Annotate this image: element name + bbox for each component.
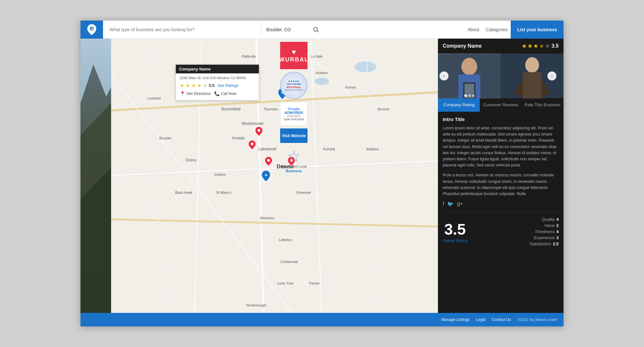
- map-pin-red-4[interactable]: [248, 140, 256, 151]
- dot-3: [472, 94, 475, 97]
- call-now-button[interactable]: 📞 Call Now: [214, 91, 236, 96]
- dot-1: [464, 94, 467, 97]
- svg-point-9: [355, 61, 376, 72]
- svg-text:Morrison: Morrison: [260, 216, 274, 220]
- map-pin-blue-star-2[interactable]: ★: [261, 170, 270, 183]
- rating-section: 3.5 Overall Rating Quality 4 Value 2: [443, 212, 559, 248]
- svg-text:La Salle: La Salle: [311, 55, 323, 58]
- tab-customer-reviews[interactable]: Customer Reviews: [480, 98, 522, 112]
- search-input[interactable]: [103, 21, 261, 38]
- svg-text:Littleton: Littleton: [279, 238, 292, 242]
- footer: Manage Listings Legal Contact Us ©2015 T…: [80, 313, 564, 326]
- svg-text:Eldora: Eldora: [186, 158, 196, 162]
- svg-text:★: ★: [264, 173, 268, 177]
- tab-company-rating[interactable]: Company Rating: [438, 98, 480, 112]
- top-rated-line2: NATIONAL: [284, 86, 303, 89]
- map-pin-red-2[interactable]: [265, 156, 272, 167]
- svg-point-53: [251, 143, 253, 145]
- top-rated-local-badge: ☆ Top Rated Local Business: [280, 149, 308, 174]
- search-icon: [313, 27, 319, 33]
- experience-label: Experience: [534, 235, 555, 240]
- svg-text:Platteville: Platteville: [242, 55, 256, 58]
- footer-legal[interactable]: Legal: [476, 317, 485, 322]
- svg-text:Genesee: Genesee: [296, 191, 311, 194]
- map-area[interactable]: Denver Lakewood Westminster Broomfield A…: [111, 39, 438, 313]
- svg-text:Arvada: Arvada: [232, 136, 244, 140]
- svg-text:★: ★: [90, 27, 94, 31]
- visit-website-button[interactable]: Visit Website: [280, 128, 308, 143]
- smb-label: SMB PARTNER: [283, 118, 304, 121]
- popup-address: 1540 Main St. Unit 218 Windsor Co 80550: [180, 76, 255, 80]
- svg-point-49: [258, 129, 260, 132]
- svg-text:Black Hawk: Black Hawk: [175, 191, 193, 194]
- svg-text:Golden: Golden: [214, 173, 226, 176]
- quality-value: 4: [556, 217, 559, 222]
- get-directions-button[interactable]: 📍 Get Directions: [180, 91, 211, 96]
- map-svg: Denver Lakewood Westminster Broomfield A…: [111, 39, 438, 313]
- list-business-button[interactable]: List your business: [511, 21, 564, 39]
- timeliness-label: Timeliness: [535, 229, 555, 234]
- svg-point-10: [315, 78, 329, 85]
- media-strip: ‹: [438, 53, 564, 98]
- intro-title: Intro Title: [443, 117, 559, 122]
- main-container: ★ Boulder, CO About Categories List your…: [80, 21, 564, 326]
- nav-about[interactable]: About: [468, 27, 479, 32]
- tab-rate-business[interactable]: Rate This Business: [522, 98, 564, 112]
- footer-manage-listings[interactable]: Manage Listings: [441, 317, 469, 322]
- svg-text:Parker: Parker: [309, 281, 320, 285]
- media-prev-button[interactable]: ‹: [440, 71, 449, 80]
- popup-actions: 📍 Get Directions 📞 Call Now: [180, 91, 255, 96]
- value-label: Value: [544, 223, 554, 228]
- wurbal-badge[interactable]: ♥ WURBAL: [280, 42, 308, 69]
- svg-text:Hudson: Hudson: [316, 71, 328, 75]
- map-popup: Company Name 1540 Main St. Unit 218 Wind…: [175, 64, 259, 100]
- googleplus-icon[interactable]: g+: [457, 201, 463, 207]
- wurbal-name: WURBAL: [279, 56, 309, 63]
- trl-text2: Business: [286, 169, 302, 173]
- badges-panel: ♥ WURBAL ★★★★★ TOP RATED NATIONAL Market…: [277, 39, 311, 177]
- value-value: 2: [556, 223, 559, 228]
- intro-text-2: Proin a lectus orci. Aenean ac rhoncus m…: [443, 172, 559, 197]
- footer-contact[interactable]: Contact Us: [492, 317, 511, 322]
- directions-icon: 📍: [180, 91, 185, 96]
- popup-rating: 3.5: [209, 83, 214, 88]
- svg-text:Centennial: Centennial: [280, 260, 298, 264]
- svg-rect-61: [523, 72, 542, 98]
- header-rating: 3.5: [552, 43, 559, 49]
- top-rated-national-badge: ★★★★★ TOP RATED NATIONAL Marketing Platf…: [280, 72, 308, 99]
- value-row: Value 2: [477, 223, 559, 228]
- map-pin-red-1[interactable]: [255, 127, 263, 137]
- footer-copyright: ©2015 Top Rated Local®: [517, 318, 557, 322]
- experience-value: 3: [556, 235, 559, 240]
- company-name: Company Name: [443, 43, 482, 49]
- search-button[interactable]: [309, 23, 322, 36]
- svg-line-3: [317, 31, 318, 32]
- mountain-image: [80, 39, 111, 313]
- star-4: ★: [539, 42, 544, 50]
- top-rated-line3: Marketing Platform: [284, 89, 303, 91]
- facebook-icon[interactable]: f: [443, 201, 444, 207]
- star-2: ★: [527, 42, 533, 50]
- header: ★ Boulder, CO About Categories List your…: [80, 21, 564, 39]
- media-image-1: ‹: [438, 53, 501, 98]
- satisfaction-row: Satisfaction 2.5: [477, 241, 559, 246]
- svg-text:Westminster: Westminster: [242, 121, 264, 126]
- experience-row: Experience 3: [477, 235, 559, 240]
- timeliness-value: 4: [556, 229, 559, 234]
- premier-label: PREMIER: [287, 115, 300, 118]
- nav-categories[interactable]: Categories: [486, 27, 508, 32]
- rating-details: Quality 4 Value 2 Timeliness 4 Experie: [477, 217, 559, 248]
- timeliness-row: Timeliness 4: [477, 229, 559, 234]
- svg-text:Aurora: Aurora: [323, 147, 335, 151]
- twitter-icon[interactable]: 🐦: [447, 201, 454, 207]
- media-next-button[interactable]: ›: [547, 71, 556, 80]
- svg-text:Roxborough: Roxborough: [246, 303, 266, 307]
- header-nav: About Categories: [468, 27, 511, 32]
- satisfaction-label: Satisfaction: [530, 241, 551, 246]
- popup-see-ratings[interactable]: See Ratings: [217, 83, 238, 88]
- mountain-svg: [80, 39, 111, 313]
- overall-rating: 3.5 Overall Rating: [443, 222, 467, 243]
- logo[interactable]: ★: [80, 21, 103, 39]
- svg-text:Kersey: Kersey: [345, 85, 356, 89]
- right-sidebar: Company Name ★ ★ ★ ★ ★ 3.5: [438, 39, 564, 313]
